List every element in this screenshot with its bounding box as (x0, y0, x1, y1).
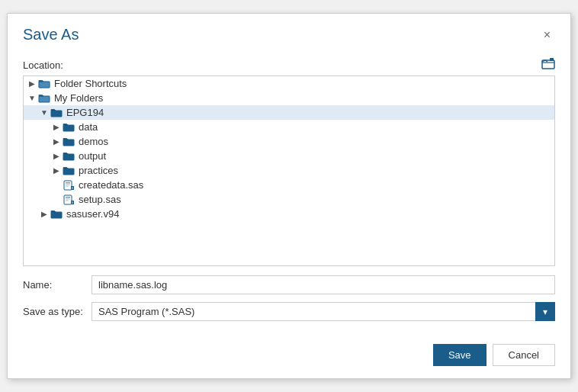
setup-label: setup.sas (79, 194, 121, 205)
svg-rect-4 (51, 111, 62, 117)
svg-rect-21 (51, 212, 62, 218)
toggle-data[interactable]: ▶ (51, 123, 62, 131)
name-label: Name: (23, 279, 92, 291)
createdata-label: createdata.sas (79, 179, 143, 191)
svg-text:S: S (72, 186, 74, 190)
location-label-row: Location: (23, 57, 555, 72)
name-input[interactable] (92, 275, 555, 294)
save-type-label: Save as type: (23, 306, 92, 317)
sasuser-label: sasuser.v94 (66, 208, 119, 220)
location-section: Location: ▶ (23, 57, 555, 266)
svg-rect-8 (63, 169, 74, 175)
location-label: Location: (23, 59, 63, 71)
svg-rect-1 (550, 58, 554, 61)
output-label: output (79, 150, 106, 162)
dialog-footer: Save Cancel (8, 338, 570, 378)
svg-rect-3 (39, 96, 50, 102)
my-folders-label: My Folders (54, 92, 103, 104)
tree-item-createdata[interactable]: S createdata.sas (24, 178, 554, 192)
save-type-select-wrapper: SAS Program (*.SAS) SAS Log (*.log) All … (92, 302, 555, 321)
practices-icon (62, 165, 75, 176)
save-as-dialog: Save As × Location: (7, 13, 571, 379)
form-section: Name: Save as type: SAS Program (*.SAS) … (23, 275, 555, 321)
svg-rect-7 (63, 154, 74, 160)
save-button[interactable]: Save (433, 344, 486, 366)
tree-container: ▶ Folder Shortcuts ▼ (23, 76, 555, 266)
cancel-button[interactable]: Cancel (493, 344, 555, 366)
sasuser-icon (50, 209, 63, 220)
toggle-demos[interactable]: ▶ (51, 137, 62, 146)
tree-item-practices[interactable]: ▶ practices (24, 163, 554, 178)
toggle-output[interactable]: ▶ (51, 152, 62, 160)
tree-item-my-folders[interactable]: ▼ My Folders (24, 91, 554, 105)
toggle-practices[interactable]: ▶ (51, 166, 62, 175)
tree-item-data[interactable]: ▶ data (24, 120, 554, 134)
svg-rect-2 (39, 82, 50, 88)
toggle-my-folders[interactable]: ▼ (27, 94, 37, 102)
dialog-header: Save As × (8, 14, 570, 51)
svg-rect-6 (63, 140, 74, 146)
tree-item-setup[interactable]: S setup.sas (24, 192, 554, 207)
save-type-row: Save as type: SAS Program (*.SAS) SAS Lo… (23, 302, 555, 321)
tree-item-epg194[interactable]: ▼ EPG194 (24, 105, 554, 120)
svg-rect-16 (66, 197, 70, 198)
data-label: data (79, 121, 98, 133)
location-nav-icon[interactable] (541, 57, 555, 72)
dialog-body: Location: ▶ (8, 51, 570, 338)
toggle-folder-shortcuts[interactable]: ▶ (27, 79, 37, 88)
svg-rect-17 (66, 198, 70, 199)
epg194-icon (50, 108, 63, 118)
output-icon (62, 151, 75, 162)
svg-rect-15 (64, 195, 72, 204)
demos-label: demos (79, 136, 108, 147)
createdata-file-icon: S (62, 180, 75, 191)
name-row: Name: (23, 275, 555, 294)
folder-shortcuts-icon (37, 79, 51, 89)
close-button[interactable]: × (539, 27, 555, 43)
practices-label: practices (79, 165, 118, 176)
toggle-epg194[interactable]: ▼ (39, 108, 50, 117)
svg-rect-9 (64, 181, 72, 190)
svg-rect-5 (63, 125, 74, 131)
demos-icon (62, 137, 75, 147)
tree-item-sasuser[interactable]: ▶ sasuser.v94 (24, 207, 554, 221)
tree-item-output[interactable]: ▶ output (24, 149, 554, 163)
svg-rect-12 (66, 185, 69, 186)
toggle-sasuser[interactable]: ▶ (39, 210, 50, 218)
folder-shortcuts-label: Folder Shortcuts (54, 78, 127, 89)
svg-rect-11 (66, 184, 70, 185)
epg194-label: EPG194 (66, 107, 104, 118)
save-type-select[interactable]: SAS Program (*.SAS) SAS Log (*.log) All … (92, 302, 555, 321)
setup-file-icon: S (62, 194, 75, 205)
svg-text:S: S (72, 201, 74, 204)
svg-rect-10 (66, 182, 70, 184)
svg-rect-0 (542, 60, 554, 69)
data-icon (62, 122, 75, 133)
dialog-title: Save As (23, 26, 79, 43)
tree-item-demos[interactable]: ▶ demos (24, 134, 554, 149)
svg-rect-18 (66, 200, 69, 201)
tree-item-folder-shortcuts[interactable]: ▶ Folder Shortcuts (24, 76, 554, 91)
my-folders-icon (37, 93, 51, 104)
